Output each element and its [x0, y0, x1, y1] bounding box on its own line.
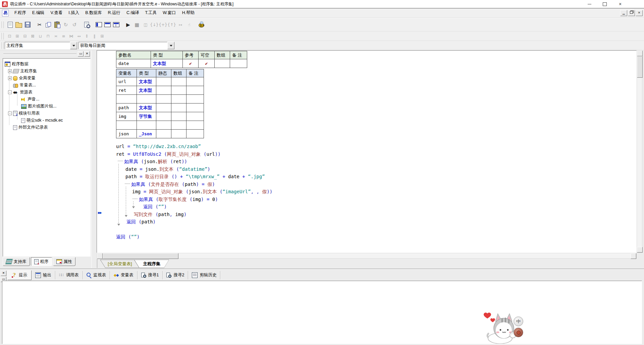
align-bottom-icon[interactable]: ⊔: [37, 32, 44, 40]
cut-icon[interactable]: ✂: [35, 20, 44, 29]
table-cell[interactable]: [186, 95, 204, 104]
code-line-11[interactable]: 返回 (path): [126, 218, 272, 226]
table-cell[interactable]: ✔: [183, 59, 199, 68]
stop-icon[interactable]: ■: [132, 20, 141, 29]
table-cell[interactable]: [156, 95, 171, 104]
close-button[interactable]: ×: [612, 0, 628, 8]
table-cell[interactable]: 文本型: [137, 104, 156, 112]
table-cell[interactable]: img: [116, 112, 137, 121]
tab-global-variable-table[interactable]: [全局变量表]: [100, 260, 140, 268]
menu-item-E.编辑[interactable]: E.编辑: [29, 9, 48, 17]
tab-program[interactable]: 程序: [31, 257, 52, 266]
code-line-3[interactable]: 如果真 (json.解析 (ret)): [118, 158, 272, 165]
paste-icon[interactable]: [53, 20, 61, 29]
table-cell[interactable]: [186, 121, 204, 130]
step-into-icon[interactable]: {↓}: [150, 20, 159, 29]
code-line-7[interactable]: img = 网页_访问_对象 (json.到文本 (“imageUrl”, , …: [132, 188, 272, 196]
mdi-close-button[interactable]: ✕: [636, 10, 643, 16]
center-vertical-icon[interactable]: ≍: [52, 32, 60, 40]
toolbar-grip[interactable]: [2, 33, 4, 40]
align-top-icon[interactable]: ⊠: [29, 32, 37, 40]
menu-item-I.插入[interactable]: I.插入: [65, 9, 82, 17]
code-line-6[interactable]: 如果真 (文件是否存在 (path) = 假): [125, 181, 272, 188]
panel-close-icon[interactable]: ✕: [84, 51, 90, 57]
tree-item-root[interactable]: 程序数据: [4, 61, 90, 68]
code-line-4[interactable]: date = json.到文本 (“datatime”): [125, 165, 272, 173]
code-line-1[interactable]: url = “http://dwz.2xb.cn/zaob”: [116, 143, 272, 150]
table-row[interactable]: [116, 95, 204, 104]
open-file-icon[interactable]: [14, 20, 23, 29]
menu-item-T.工具[interactable]: T.工具: [142, 9, 160, 17]
tab-clip-history[interactable]: 剪辑历史: [188, 271, 220, 279]
table-cell[interactable]: ✔: [199, 59, 215, 68]
table-cell[interactable]: [171, 104, 186, 112]
tab-main-assembly-doc[interactable]: 主程序集: [134, 260, 169, 268]
code-line-2[interactable]: ret = Utf8ToUsc2 (网页_访问_对象 (url)): [116, 150, 272, 158]
panel-maximize-icon[interactable]: ▭: [78, 51, 84, 57]
mdi-minimize-button[interactable]: ▁: [620, 10, 627, 16]
run-to-cursor-icon[interactable]: ↦: [176, 20, 185, 29]
table-cell[interactable]: [171, 121, 186, 130]
new-file-icon[interactable]: [6, 20, 14, 29]
table-row[interactable]: date文本型✔✔: [116, 59, 247, 68]
copy-icon[interactable]: [44, 20, 53, 29]
tree-item-resources[interactable]: -◆◆资源表: [4, 89, 90, 96]
table-cell[interactable]: [186, 130, 204, 138]
table-cell[interactable]: [186, 104, 204, 112]
tree-item-global-variables[interactable]: +全局变量: [4, 75, 90, 82]
badge-button[interactable]: [514, 328, 523, 337]
table-cell[interactable]: [137, 121, 156, 130]
table-cell[interactable]: _Json: [137, 130, 156, 138]
code-line-12[interactable]: [116, 226, 272, 233]
routine-combobox[interactable]: 获取每日新闻: [78, 42, 174, 49]
table-cell[interactable]: 文本型: [151, 59, 183, 68]
size-to-grid-icon[interactable]: ⊞: [98, 32, 106, 40]
same-height-icon[interactable]: ↕: [83, 32, 91, 40]
table-cell[interactable]: [156, 112, 171, 121]
table-cell[interactable]: url: [116, 77, 137, 86]
menu-item-R.运行[interactable]: R.运行: [105, 9, 123, 17]
table-row[interactable]: [116, 121, 204, 130]
table-cell[interactable]: [156, 86, 171, 95]
table-cell[interactable]: [116, 95, 137, 104]
tree-item-images[interactable]: 图片或图片组...: [4, 103, 90, 110]
table-row[interactable]: url文本型: [116, 77, 204, 86]
step-over-icon[interactable]: {+}: [159, 20, 167, 29]
bee-compile-run-icon[interactable]: [197, 20, 206, 29]
scroll-right-icon[interactable]: [631, 253, 636, 259]
code-line-10[interactable]: 写到文件 (path, img): [134, 211, 272, 218]
table-cell[interactable]: [186, 77, 204, 86]
tab-support-library[interactable]: 支持库: [3, 257, 30, 266]
panel-drag-handle[interactable]: [3, 54, 76, 55]
table-cell[interactable]: 文本型: [137, 86, 156, 95]
same-width-icon[interactable]: ↔: [75, 32, 83, 40]
table-cell[interactable]: [171, 77, 186, 86]
ime-button[interactable]: 中: [514, 317, 523, 326]
scroll-down-icon[interactable]: [637, 247, 643, 253]
table-row[interactable]: json_Json: [116, 130, 204, 138]
table-cell[interactable]: path: [116, 104, 137, 112]
hint-output-area[interactable]: 中: [2, 281, 642, 344]
tab-search-2[interactable]: 搜寻2: [163, 271, 188, 279]
minimize-button[interactable]: [582, 0, 597, 8]
vertical-scroll-thumb[interactable]: [637, 56, 643, 78]
table-cell[interactable]: json: [116, 130, 137, 138]
dock-close-icon[interactable]: ✕: [1, 271, 6, 276]
horizontal-scroll-thumb[interactable]: [103, 253, 178, 259]
tab-properties[interactable]: 属性: [53, 257, 75, 266]
hand-pause-icon[interactable]: ☝: [185, 20, 194, 29]
code-line-13[interactable]: 返回 (“”): [116, 233, 272, 241]
tree-item-external-files[interactable]: 外部文件记录表: [4, 124, 90, 131]
tab-output[interactable]: 输出: [32, 271, 55, 279]
tab-search-1[interactable]: 搜寻1: [138, 271, 163, 279]
menu-item-C.编译[interactable]: C.编译: [123, 9, 142, 17]
form-designer-icon[interactable]: ⊡: [6, 32, 13, 40]
tab-hint[interactable]: 提示: [7, 270, 32, 280]
toolbar-grip[interactable]: [2, 21, 4, 28]
mdi-restore-button[interactable]: [628, 10, 635, 16]
table-cell[interactable]: [171, 112, 186, 121]
redo-icon[interactable]: ↻: [61, 20, 70, 29]
table-cell[interactable]: 文本型: [137, 77, 156, 86]
collapse-icon[interactable]: -: [8, 90, 12, 94]
space-down-icon[interactable]: ⋈: [67, 32, 75, 40]
